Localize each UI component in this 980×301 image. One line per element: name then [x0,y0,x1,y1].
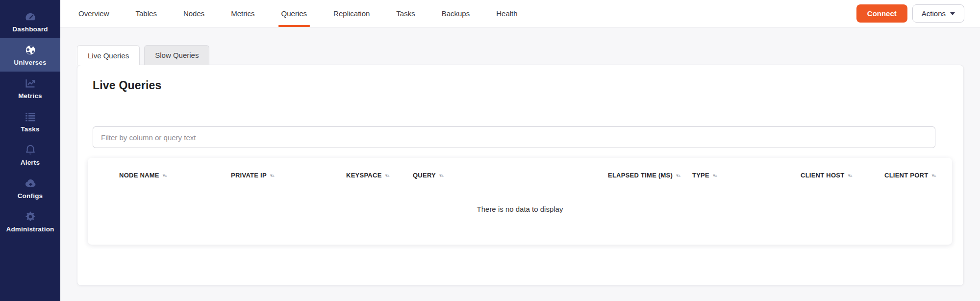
connect-button[interactable]: Connect [856,4,907,23]
tab-tables[interactable]: Tables [136,0,157,27]
sort-asc-icon: ▴ [850,173,852,178]
sort-asc-icon: ▴ [165,173,167,178]
sidebar-item-dashboard[interactable]: Dashboard [0,5,60,38]
query-filter-input[interactable] [93,126,935,148]
column-header-node-name[interactable]: NODE NAME ▾▴ [119,172,231,179]
sort-icons: ▾▴ [385,173,389,178]
sort-asc-icon: ▴ [715,173,717,178]
column-header-client-port[interactable]: CLIENT PORT ▾▴ [884,172,952,179]
administration-gear-icon [24,210,37,223]
caret-down-icon [950,12,955,15]
tab-nodes[interactable]: Nodes [183,0,204,27]
sidebar-item-universes[interactable]: Universes [0,38,60,72]
metrics-chart-icon [24,77,37,90]
main-content: Live Queries Slow Queries Live Queries N… [60,27,980,301]
queries-subtabs: Live Queries Slow Queries [77,45,209,65]
column-header-private-ip[interactable]: PRIVATE IP ▾▴ [231,172,346,179]
actions-dropdown-button[interactable]: Actions [912,4,964,23]
sidebar-item-label: Dashboard [12,25,48,33]
sidebar-item-metrics[interactable]: Metrics [0,72,60,105]
table-header-row: NODE NAME ▾▴ PRIVATE IP ▾▴ KEYSPACE ▾▴ Q… [88,158,952,179]
queries-table-card: NODE NAME ▾▴ PRIVATE IP ▾▴ KEYSPACE ▾▴ Q… [88,158,952,245]
tab-overview[interactable]: Overview [78,0,109,27]
sort-icons: ▾▴ [931,173,935,178]
sidebar-item-label: Administration [6,226,54,233]
sort-icons: ▾▴ [676,173,680,178]
sidebar-item-label: Universes [14,59,46,66]
sidebar-item-configs[interactable]: Configs [0,172,60,205]
sort-icons: ▾▴ [163,173,167,178]
sidebar-item-label: Alerts [21,159,40,166]
tab-backups[interactable]: Backups [442,0,470,27]
tab-tasks[interactable]: Tasks [396,0,415,27]
column-header-query[interactable]: QUERY ▾▴ [413,172,608,179]
tab-replication[interactable]: Replication [333,0,370,27]
live-queries-panel: Live Queries NODE NAME ▾▴ PRIVATE IP ▾▴ … [77,65,964,286]
universes-globe-icon [24,44,37,56]
sort-asc-icon: ▴ [272,173,274,178]
sidebar-item-alerts[interactable]: Alerts [0,138,60,172]
column-header-elapsed-time[interactable]: ELAPSED TIME (MS) ▾▴ [608,172,692,179]
universe-header-bar: Overview Tables Nodes Metrics Queries Re… [60,0,980,27]
sort-asc-icon: ▴ [678,173,680,178]
sidebar-item-administration[interactable]: Administration [0,205,60,238]
sort-icons: ▾▴ [713,173,717,178]
sort-asc-icon: ▴ [387,173,389,178]
tab-metrics[interactable]: Metrics [231,0,254,27]
sidebar-item-label: Configs [18,192,43,200]
header-actions-group: Connect Actions [856,0,964,27]
sort-asc-icon: ▴ [933,173,935,178]
sort-asc-icon: ▴ [441,173,443,178]
tab-health[interactable]: Health [496,0,517,27]
tasks-list-icon [24,110,37,123]
sort-icons: ▾▴ [848,173,852,178]
tab-queries[interactable]: Queries [281,0,307,27]
configs-cloud-icon [24,177,37,190]
sidebar-item-tasks[interactable]: Tasks [0,105,60,138]
page-title: Live Queries [93,79,963,92]
sidebar-item-label: Tasks [21,125,39,133]
sort-icons: ▾▴ [270,173,274,178]
subtab-slow-queries[interactable]: Slow Queries [144,45,209,65]
app-window: Dashboard Universes Metrics [0,0,980,301]
column-header-type[interactable]: TYPE ▾▴ [692,172,801,179]
sort-icons: ▾▴ [439,173,443,178]
alerts-bell-icon [24,144,37,156]
subtab-live-queries[interactable]: Live Queries [77,45,140,65]
column-header-client-host[interactable]: CLIENT HOST ▾▴ [801,172,884,179]
column-header-keyspace[interactable]: KEYSPACE ▾▴ [346,172,413,179]
sidebar: Dashboard Universes Metrics [0,0,60,301]
sidebar-item-label: Metrics [18,92,42,100]
table-empty-message: There is no data to display [88,205,952,213]
dashboard-gauge-icon [24,10,37,23]
